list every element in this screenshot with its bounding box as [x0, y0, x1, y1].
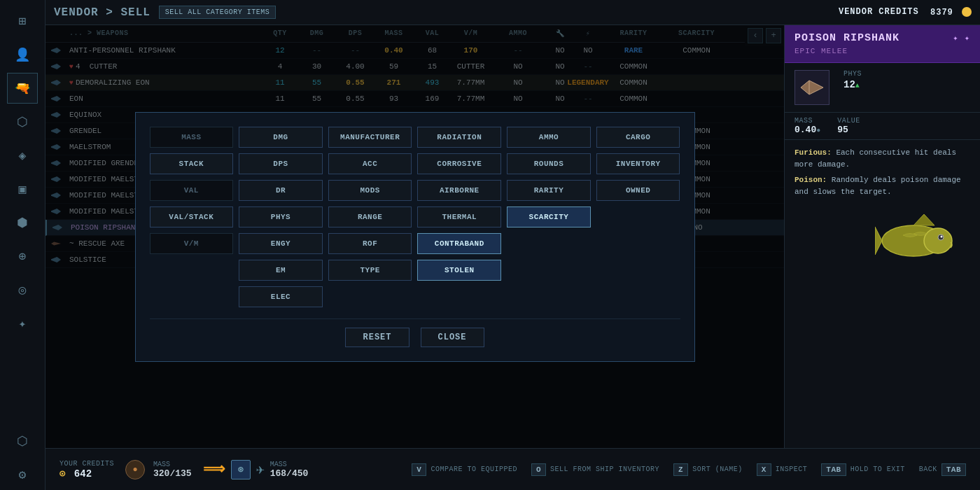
filter-vm-btn[interactable]: V/M: [150, 233, 234, 254]
sidebar-icon-suit[interactable]: ◈: [7, 140, 38, 171]
item-stars: ✦ ✦: [953, 33, 970, 43]
filter-dr-btn[interactable]: DR: [239, 180, 323, 201]
modal-footer: RESET CLOSE: [150, 318, 680, 347]
sidebar-icon-grid[interactable]: ⊞: [7, 6, 38, 36]
phys-arrow: ▲: [855, 82, 860, 90]
filter-rof-btn[interactable]: ROF: [328, 233, 412, 254]
sidebar-icon-pack[interactable]: ▣: [7, 174, 38, 204]
item-detail-header: POISON RIPSHANK ✦ ✦ EPIC MELEE: [785, 25, 980, 63]
bottom-hotkeys: V COMPARE TO EQUIPPED O SELL FROM SHIP I…: [412, 463, 966, 476]
hotkey-inspect-label: INSPECT: [776, 465, 808, 473]
sidebar-icon-scope[interactable]: ◎: [7, 274, 38, 305]
hotkey-back2: BACK TAB: [919, 463, 966, 476]
phys-stat-block: PHYS 12▲: [844, 70, 862, 105]
player-mass-block: MASS 320/135: [153, 461, 192, 479]
filter-stolen-btn[interactable]: STOLEN: [417, 260, 501, 281]
filter-corrosive-btn[interactable]: CORROSIVE: [417, 153, 501, 174]
filter-rounds-btn[interactable]: ROUNDS: [507, 153, 591, 174]
hotkey-back: TAB HOLD TO EXIT: [821, 463, 904, 476]
filter-ammo-btn[interactable]: AMMO: [507, 127, 591, 148]
filter-em-btn[interactable]: EM: [239, 260, 323, 281]
filter-type-btn[interactable]: TYPE: [328, 260, 412, 281]
sidebar-icon-resources[interactable]: ⬡: [7, 426, 38, 456]
sidebar-icon-settings[interactable]: ⚙: [7, 459, 38, 490]
vendor-credits-value: 8379: [930, 8, 953, 18]
filter-cargo-btn[interactable]: CARGO: [596, 127, 680, 148]
credits-coin-icon-small: ⊙: [59, 468, 65, 479]
person-inventory-icon: ⊛: [231, 460, 251, 479]
credits-amount: ⊙ 642: [59, 468, 114, 479]
svg-point-4: [924, 228, 952, 253]
filter-elec-btn[interactable]: ELEC: [239, 286, 323, 307]
sidebar-icon-weapon[interactable]: 🔫: [7, 73, 38, 104]
weapon-icon: [794, 70, 830, 105]
hotkey-o-key[interactable]: O: [531, 463, 546, 476]
mass-value-row: MASS 0.40● VALUE 95: [785, 113, 980, 140]
ship-icon: ✈: [256, 461, 265, 478]
hotkey-z-key[interactable]: Z: [673, 463, 688, 476]
hotkey-back2-label: BACK: [919, 465, 937, 473]
hotkey-compare-label: COMPARE TO EQUIPPED: [430, 465, 517, 473]
mass-label: MASS: [794, 117, 820, 125]
hotkey-sort: Z SORT (NAME): [673, 463, 743, 476]
hotkey-tab2-key[interactable]: TAB: [941, 463, 966, 476]
player-mass-label: MASS: [153, 461, 192, 468]
phys-value: 12▲: [844, 79, 862, 90]
ship-mass-label: MASS: [270, 461, 309, 468]
topbar-title: VENDOR > SELL: [54, 6, 150, 19]
filter-acc-btn[interactable]: ACC: [328, 153, 412, 174]
vendor-credits: VENDOR CREDITS 8379: [839, 7, 972, 17]
sidebar-icon-ammo[interactable]: ⬡: [7, 106, 38, 137]
player-icon: ●: [125, 460, 145, 479]
filter-range-btn[interactable]: RANGE: [328, 206, 412, 227]
filter-valstack-btn[interactable]: VAL/STACK: [150, 206, 234, 227]
modal-close-button[interactable]: CLOSE: [421, 328, 484, 347]
item-detail-type: EPIC MELEE: [794, 47, 970, 55]
filter-rarity-btn[interactable]: RARITY: [507, 180, 591, 201]
sidebar-icon-mods[interactable]: ✦: [7, 308, 38, 339]
hotkey-v-key[interactable]: V: [412, 463, 426, 476]
credits-label: YOUR CREDITS: [59, 460, 114, 468]
vendor-credits-label: VENDOR CREDITS: [839, 8, 919, 18]
filter-stack-btn[interactable]: STACK: [150, 153, 234, 174]
filter-radiation-btn[interactable]: RADIATION: [417, 127, 501, 148]
hotkey-x-key[interactable]: X: [757, 463, 771, 476]
filter-dmg-btn[interactable]: DMG: [239, 127, 323, 148]
svg-point-6: [941, 236, 943, 238]
filter-contraband-btn[interactable]: CONTRABAND: [417, 233, 501, 254]
hotkey-inspect: X INSPECT: [757, 463, 808, 476]
sell-all-button[interactable]: SELL ALL CATEGORY ITEMS: [159, 6, 276, 19]
filter-dps-btn[interactable]: DPS: [239, 153, 323, 174]
filter-mods-btn[interactable]: MODS: [328, 180, 412, 201]
item-description: Furious: Each consecutive hit deals more…: [785, 140, 980, 209]
filter-phys-btn[interactable]: PHYS: [239, 206, 323, 227]
filter-scarcity-btn[interactable]: SCARCITY: [507, 206, 591, 227]
filter-inventory-btn[interactable]: INVENTORY: [596, 153, 680, 174]
modal-reset-button[interactable]: RESET: [345, 328, 409, 347]
hotkey-tab-key[interactable]: TAB: [821, 463, 846, 476]
modal-overlay: MASS DMG MANUFACTURER RADIATION AMMO CAR…: [46, 25, 784, 448]
svg-marker-0: [801, 80, 823, 94]
sidebar-icon-person[interactable]: 👤: [7, 39, 38, 70]
value-label: VALUE: [837, 117, 860, 125]
svg-marker-3: [875, 227, 882, 255]
sidebar-icon-helmet[interactable]: ⬢: [7, 207, 38, 238]
filter-val-btn[interactable]: VAL: [150, 180, 234, 201]
topbar-prefix: VENDOR >: [54, 6, 120, 19]
ship-mass-amount: 168/450: [270, 468, 309, 479]
filter-engy-btn[interactable]: ENGY: [239, 233, 323, 254]
filter-airborne-btn[interactable]: AIRBORNE: [417, 180, 501, 201]
filter-mass-btn[interactable]: MASS: [150, 127, 234, 148]
hotkey-sell-ship-label: SELL FROM SHIP INVENTORY: [550, 465, 659, 473]
right-panel: POISON RIPSHANK ✦ ✦ EPIC MELEE PHYS 12▲: [784, 25, 980, 448]
filter-manufacturer-btn[interactable]: MANUFACTURER: [328, 127, 412, 148]
mass-value: 0.40●: [794, 125, 820, 135]
topbar: VENDOR > SELL SELL ALL CATEGORY ITEMS VE…: [46, 0, 980, 25]
sidebar-icon-shirt[interactable]: ⊕: [7, 241, 38, 272]
hotkey-back-label: HOLD TO EXIT: [850, 465, 905, 473]
filter-owned-btn[interactable]: OWNED: [596, 180, 680, 201]
value-block: VALUE 95: [837, 117, 860, 135]
filter-thermal-btn[interactable]: THERMAL: [417, 206, 501, 227]
item-desc-furious: Furious: Each consecutive hit deals more…: [794, 147, 970, 170]
credits-coin-icon: [962, 7, 972, 17]
